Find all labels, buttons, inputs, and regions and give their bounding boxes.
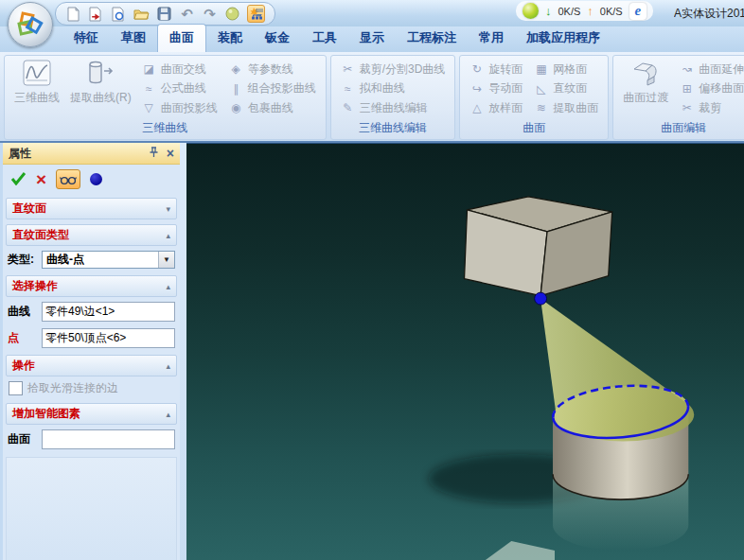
properties-panel-titlebar: 属性 × [3, 143, 180, 165]
surface-row: 曲面 [3, 425, 180, 451]
cancel-button[interactable]: × [36, 173, 46, 186]
type-select[interactable]: 曲线-点 ▼ [42, 251, 175, 269]
combined-projection-icon: ∥ [229, 82, 243, 96]
new-document-icon[interactable] [65, 6, 81, 22]
download-arrow-icon: ↓ [545, 4, 552, 18]
tab-sketch[interactable]: 草图 [110, 25, 157, 52]
cube[interactable] [465, 197, 612, 296]
preview-icon[interactable] [111, 6, 127, 22]
tab-assembly[interactable]: 装配 [206, 25, 254, 52]
section-header-selection[interactable]: 选择操作 ▴ [6, 275, 177, 297]
type-select-value: 曲线-点 [43, 252, 158, 268]
tab-display[interactable]: 显示 [348, 25, 396, 52]
button-lofted-surface[interactable]: △ 放样面 [467, 99, 525, 116]
button-combined-projection-curve[interactable]: ∥ 组合投影曲线 [226, 80, 319, 97]
glasses-icon [60, 174, 77, 185]
point-row: 点 零件50\顶点<6> [3, 324, 180, 350]
tab-surface[interactable]: 曲面 [157, 24, 206, 52]
render-icon[interactable] [224, 6, 240, 22]
selected-vertex-point[interactable] [535, 292, 547, 305]
smooth-edge-checkbox[interactable] [9, 381, 23, 395]
point-input[interactable]: 零件50\顶点<6> [42, 328, 175, 348]
point-display-button[interactable] [90, 173, 102, 185]
feature-header-ruled-surface[interactable]: 直纹面 ▾ [6, 198, 177, 219]
collapse-icon: ▴ [166, 410, 170, 419]
app-menu-button[interactable] [8, 2, 53, 47]
preview-button[interactable] [56, 169, 80, 189]
surface-input[interactable] [42, 429, 175, 449]
tab-addins[interactable]: 加载应用程序 [515, 25, 611, 52]
type-row: 类型: 曲线-点 ▼ [3, 246, 180, 271]
app-window: ↶ ↷ ↓ 0K/S ↑ 0K/S e A实体设计2013 特征 草图 曲面 装… [0, 0, 744, 560]
button-extract-curve[interactable]: 提取曲线(R) [66, 58, 135, 120]
button-wrap-curve[interactable]: ◉ 包裹曲线 [226, 99, 319, 116]
button-trim[interactable]: ✂ 裁剪 [677, 99, 744, 116]
qat-overflow-icon[interactable] [254, 6, 265, 23]
offset-surface-icon: ⊞ [680, 82, 694, 96]
ie-browser-icon[interactable]: e [629, 3, 647, 20]
smooth-edge-label: 拾取光滑连接的边 [27, 380, 118, 396]
button-3d-curve[interactable]: 三维曲线 [9, 58, 64, 120]
button-edit-3d-curve[interactable]: ✎ 三维曲线编辑 [338, 99, 449, 116]
chevron-down-icon[interactable]: ▼ [158, 252, 174, 268]
button-offset-surface[interactable]: ⊞ 偏移曲面 [677, 80, 744, 97]
button-surface-extend[interactable]: ↝ 曲面延伸 [677, 61, 744, 78]
wrap-curve-icon: ◉ [229, 101, 243, 114]
button-mesh-surface[interactable]: ▦ 网格面 [531, 61, 601, 78]
button-surface-blend[interactable]: 曲面过渡 [618, 58, 673, 120]
section-header-smart-feature[interactable]: 增加智能图素 ▴ [6, 403, 177, 425]
button-surface-intersection-curve[interactable]: ◪ 曲面交线 [139, 61, 221, 78]
antivirus-ball-icon[interactable] [523, 3, 539, 19]
surface-label: 曲面 [8, 431, 36, 447]
chevron-down-icon: ▾ [166, 204, 170, 214]
button-swept-surface[interactable]: ↪ 导动面 [467, 80, 525, 97]
loft-icon: △ [469, 101, 484, 114]
button-extract-surface[interactable]: ≋ 提取曲面 [531, 99, 601, 116]
ruled-surface-cone [540, 299, 694, 442]
button-formula-curve[interactable]: ≈ 公式曲线 [139, 80, 221, 97]
collapse-icon: ▴ [166, 282, 170, 291]
isoparametric-icon: ◈ [229, 62, 243, 76]
button-fit-curve[interactable]: ≈ 拟和曲线 [338, 80, 449, 97]
download-speed: 0K/S [558, 6, 581, 17]
undo-icon[interactable]: ↶ [179, 6, 195, 22]
open-folder-icon[interactable] [133, 6, 150, 22]
tab-annotation[interactable]: 工程标注 [396, 25, 468, 52]
tab-tools[interactable]: 工具 [301, 25, 348, 52]
button-trim-split-3d-curve[interactable]: ✂ 裁剪/分割3D曲线 [338, 61, 449, 78]
panel-splitter[interactable] [180, 143, 186, 560]
button-isoparametric-curve[interactable]: ◈ 等参数线 [226, 61, 319, 78]
viewport-3d[interactable] [186, 143, 744, 560]
pin-icon[interactable] [149, 147, 159, 161]
quick-access-toolbar: ↶ ↷ [55, 2, 275, 26]
save-icon[interactable] [156, 6, 172, 22]
section-header-ruled-surface-type[interactable]: 直纹面类型 ▴ [6, 224, 177, 246]
ribbon-tab-strip: 特征 草图 曲面 装配 钣金 工具 显示 工程标注 常用 加载应用程序 [0, 26, 744, 52]
section-header-operation[interactable]: 操作 ▴ [6, 355, 177, 376]
redo-icon[interactable]: ↷ [202, 6, 218, 22]
properties-panel-title: 属性 [9, 146, 31, 162]
curve-row: 曲线 零件49\边<1> [3, 297, 180, 324]
button-surface-projection-curve[interactable]: ▽ 曲面投影线 [139, 99, 221, 116]
ribbon: 三维曲线 提取曲线(R) ◪ 曲面交线 ≈ [0, 52, 744, 143]
upload-speed: 0K/S [600, 6, 623, 17]
ruled-surface-icon: ◺ [534, 82, 548, 96]
import-icon[interactable] [88, 6, 104, 22]
scissors-icon: ✂ [341, 62, 355, 76]
extract-surface-icon: ≋ [534, 101, 548, 114]
group-surface-edit: 曲面过渡 ↝ 曲面延伸 ⊞ 偏移曲面 ✂ 裁剪 [612, 55, 744, 140]
tab-features[interactable]: 特征 [62, 25, 110, 52]
tab-common[interactable]: 常用 [468, 25, 515, 52]
confirm-button[interactable] [10, 171, 27, 188]
surface-intersection-icon: ◪ [142, 62, 156, 76]
button-ruled-surface[interactable]: ◺ 直纹面 [531, 80, 601, 97]
curve-input[interactable]: 零件49\边<1> [42, 302, 175, 322]
close-icon[interactable]: × [167, 146, 174, 161]
window-title: A实体设计2013 [674, 6, 744, 22]
formula-curve-icon: ≈ [142, 82, 156, 96]
group-title-3d-curve-edit: 三维曲线编辑 [331, 120, 455, 139]
network-monitor-overlay: ↓ 0K/S ↑ 0K/S e [516, 1, 653, 21]
sweep-icon: ↪ [469, 82, 484, 96]
tab-sheet-metal[interactable]: 钣金 [254, 25, 301, 52]
button-revolved-surface[interactable]: ↻ 旋转面 [467, 61, 525, 78]
